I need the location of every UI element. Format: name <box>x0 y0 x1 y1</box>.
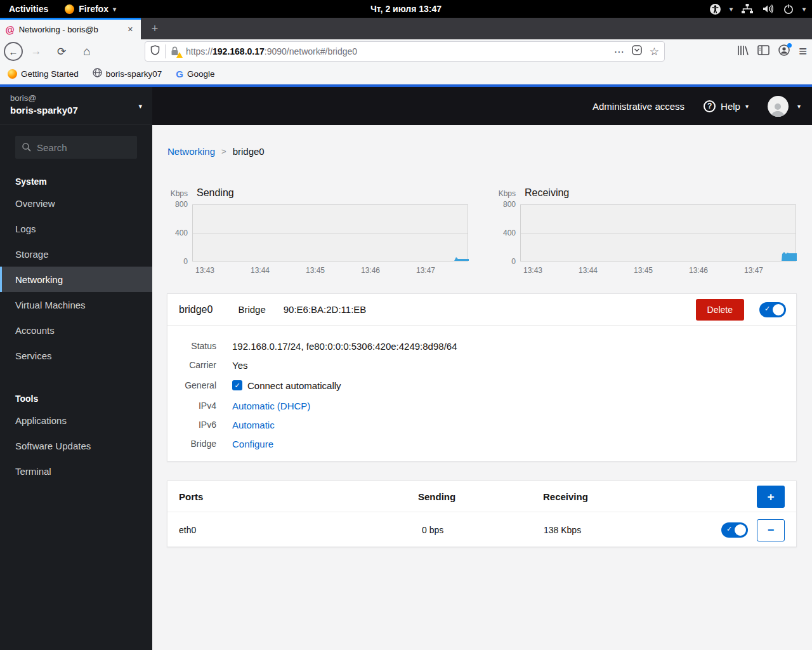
remove-port-button[interactable]: − <box>757 519 785 541</box>
url-bar[interactable]: https://192.168.0.17:9090/network#/bridg… <box>145 41 665 62</box>
url-text[interactable]: https://192.168.0.17:9090/network#/bridg… <box>186 46 609 56</box>
connect-automatically-label: Connect automatically <box>247 380 341 391</box>
forward-button[interactable]: → <box>27 42 46 61</box>
chevron-down-icon: ▾ <box>745 103 749 110</box>
new-tab-button[interactable]: + <box>145 18 165 39</box>
notification-dot <box>787 43 792 48</box>
network-icon[interactable] <box>741 3 754 15</box>
reload-button[interactable]: ⟳ <box>52 42 71 61</box>
detail-label-ipv6: IPv6 <box>167 420 216 430</box>
administrative-access-button[interactable]: Administrative access <box>593 101 684 112</box>
library-icon[interactable] <box>737 45 749 58</box>
warning-triangle-icon <box>176 52 183 58</box>
divider <box>165 44 166 58</box>
account-icon[interactable] <box>778 44 790 58</box>
bookmark-getting-started[interactable]: Getting Started <box>8 69 79 79</box>
ipv4-settings-link[interactable]: Automatic (DHCP) <box>232 401 310 411</box>
carrier-value: Yes <box>232 360 247 371</box>
bookmark-google[interactable]: G Google <box>176 69 214 79</box>
pocket-icon[interactable] <box>632 45 642 58</box>
interface-enabled-toggle[interactable]: ✓ <box>759 302 786 317</box>
chevron-down-icon[interactable]: ▾ <box>730 6 733 13</box>
page-actions-icon[interactable]: ⋯ <box>614 46 624 58</box>
column-header-sending: Sending <box>418 491 455 502</box>
plot-area <box>192 204 468 262</box>
google-icon: G <box>176 69 183 79</box>
y-tick: 800 <box>498 200 516 209</box>
y-tick: 800 <box>170 200 188 209</box>
bookmark-label: Getting Started <box>21 69 79 79</box>
app-menu-label: Firefox <box>79 4 108 14</box>
y-tick: 0 <box>498 257 516 266</box>
sidebar-item-storage[interactable]: Storage <box>0 241 152 267</box>
firefox-icon <box>8 69 17 79</box>
host-switcher[interactable]: boris@ boris-sparky07 ▾ <box>0 87 152 125</box>
port-name: eth0 <box>179 525 196 535</box>
chevron-down-icon[interactable]: ▾ <box>802 6 806 13</box>
home-button[interactable]: ⌂ <box>77 42 96 61</box>
add-port-button[interactable]: + <box>757 486 785 508</box>
power-icon[interactable] <box>783 3 794 15</box>
sidebar-item-applications[interactable]: Applications <box>0 408 152 433</box>
avatar[interactable] <box>768 96 789 117</box>
sidebar-item-logs[interactable]: Logs <box>0 216 152 241</box>
help-menu[interactable]: ? Help ▾ <box>704 100 749 112</box>
breadcrumb: Networking > bridge0 <box>167 146 265 157</box>
sidebar-item-services[interactable]: Services <box>0 343 152 368</box>
x-tick: 13:45 <box>306 266 325 275</box>
receiving-series <box>521 204 797 261</box>
bookmark-label: boris-sparky07 <box>106 69 162 79</box>
tab-close-icon[interactable]: ✕ <box>125 24 136 35</box>
x-tick: 13:47 <box>744 266 763 275</box>
back-button[interactable]: ← <box>4 42 23 61</box>
bridge-configure-link[interactable]: Configure <box>232 439 273 449</box>
search-input[interactable] <box>15 136 137 159</box>
volume-icon[interactable] <box>762 3 775 15</box>
debian-favicon-icon: @ <box>4 23 16 36</box>
tab-networking[interactable]: @ Networking - boris@b ✕ <box>0 18 141 39</box>
bookmark-star-icon[interactable]: ☆ <box>650 45 659 58</box>
x-tick: 13:44 <box>251 266 270 275</box>
chevron-down-icon[interactable]: ▾ <box>797 103 801 110</box>
accessibility-icon[interactable] <box>709 3 721 15</box>
bookmark-boris-sparky07[interactable]: boris-sparky07 <box>93 68 162 79</box>
connect-automatically-checkbox[interactable]: ✓ <box>232 380 242 390</box>
interface-name: bridge0 <box>179 304 213 315</box>
help-icon: ? <box>704 100 716 112</box>
table-row: eth0 0 bps 138 Kbps ✓ − <box>167 512 796 547</box>
insecure-lock-icon[interactable] <box>171 46 181 56</box>
y-axis-unit: Kbps <box>170 189 188 198</box>
tab-title: Networking - boris@b <box>19 25 121 34</box>
y-tick: 400 <box>498 229 516 237</box>
sidebar-item-networking[interactable]: Networking <box>0 267 152 292</box>
check-icon: ✓ <box>234 381 240 390</box>
ipv6-settings-link[interactable]: Automatic <box>232 420 275 430</box>
x-tick: 13:46 <box>689 266 708 275</box>
sidebars-icon[interactable] <box>757 45 769 58</box>
sidebar-item-accounts[interactable]: Accounts <box>0 317 152 343</box>
breadcrumb-networking-link[interactable]: Networking <box>167 146 215 157</box>
clock[interactable]: Чт, 2 июля 13:47 <box>370 4 442 14</box>
sending-series <box>193 204 469 261</box>
sending-chart: Kbps Sending 800 400 0 13:43 13:44 13:45… <box>170 187 471 276</box>
ports-title: Ports <box>179 491 203 502</box>
delete-button[interactable]: Delete <box>696 299 744 321</box>
sidebar-item-overview[interactable]: Overview <box>0 190 152 216</box>
detail-label-ipv4: IPv4 <box>167 401 216 411</box>
app-menu[interactable]: Firefox ▾ <box>65 4 116 14</box>
sidebar-item-terminal[interactable]: Terminal <box>0 458 152 484</box>
bookmark-label: Google <box>187 69 215 79</box>
plot-area <box>520 204 796 262</box>
port-enabled-toggle[interactable]: ✓ <box>721 522 748 538</box>
menu-icon[interactable]: ≡ <box>799 43 807 60</box>
sidebar: boris@ boris-sparky07 ▾ System Overview … <box>0 87 152 650</box>
sidebar-item-software-updates[interactable]: Software Updates <box>0 433 152 458</box>
chart-title: Sending <box>197 187 234 199</box>
breadcrumb-separator: > <box>221 147 226 156</box>
sidebar-item-virtual-machines[interactable]: Virtual Machines <box>0 292 152 317</box>
tracking-shield-icon[interactable] <box>150 45 160 58</box>
bookmarks-bar: Getting Started boris-sparky07 G Google <box>0 63 812 84</box>
gnome-top-bar: Activities Firefox ▾ Чт, 2 июля 13:47 ▾ … <box>0 0 812 18</box>
activities-button[interactable]: Activities <box>9 4 48 14</box>
search-icon <box>22 142 32 155</box>
